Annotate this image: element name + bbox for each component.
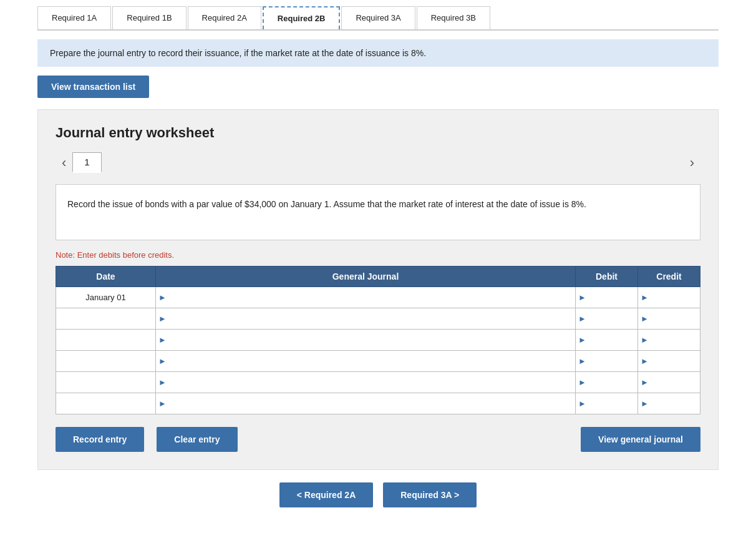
debit-input-2[interactable] bbox=[586, 308, 637, 329]
debit-input-4[interactable] bbox=[586, 351, 637, 371]
journal-cell-5: ► bbox=[156, 372, 576, 393]
arrow-icon-credit-1: ► bbox=[641, 293, 649, 302]
arrow-icon-2: ► bbox=[158, 314, 167, 323]
note-text: Note: Enter debits before credits. bbox=[56, 250, 700, 260]
journal-table: Date General Journal Debit Credit Januar… bbox=[56, 266, 700, 414]
debit-input-3[interactable] bbox=[586, 330, 637, 350]
instruction-bar: Prepare the journal entry to record thei… bbox=[37, 39, 719, 67]
journal-cell-6: ► bbox=[156, 393, 576, 414]
date-cell-4 bbox=[56, 351, 156, 372]
arrow-icon-credit-3: ► bbox=[641, 335, 649, 345]
tab-required-3b[interactable]: Required 3B bbox=[417, 6, 490, 29]
journal-input-5[interactable] bbox=[167, 372, 575, 393]
journal-input-1[interactable] bbox=[167, 287, 575, 308]
debit-input-5[interactable] bbox=[586, 372, 637, 393]
journal-input-6[interactable] bbox=[167, 393, 575, 414]
arrow-icon-debit-6: ► bbox=[578, 399, 586, 408]
credit-cell-3: ► bbox=[638, 330, 700, 351]
table-row: ► ► ► bbox=[56, 351, 700, 372]
tab-required-3a[interactable]: Required 3A bbox=[341, 6, 415, 29]
prev-page-arrow[interactable]: ‹ bbox=[56, 155, 72, 171]
debit-cell-4: ► bbox=[576, 351, 638, 372]
credit-input-4[interactable] bbox=[649, 351, 700, 371]
arrow-icon-4: ► bbox=[158, 356, 167, 366]
table-header-credit: Credit bbox=[638, 267, 700, 287]
arrow-icon-1: ► bbox=[158, 293, 167, 302]
arrow-icon-debit-1: ► bbox=[578, 293, 586, 302]
credit-cell-2: ► bbox=[638, 308, 700, 330]
credit-input-3[interactable] bbox=[649, 330, 700, 350]
credit-input-5[interactable] bbox=[649, 372, 700, 393]
journal-input-2[interactable] bbox=[167, 308, 575, 329]
journal-cell-2: ► bbox=[156, 308, 576, 330]
description-box: Record the issue of bonds with a par val… bbox=[56, 184, 700, 240]
date-cell-3 bbox=[56, 330, 156, 351]
bottom-navigation: < Required 2A Required 3A > bbox=[0, 482, 756, 507]
prev-required-button[interactable]: < Required 2A bbox=[279, 482, 374, 507]
arrow-icon-3: ► bbox=[158, 335, 167, 345]
tab-required-2a[interactable]: Required 2A bbox=[188, 6, 261, 29]
debit-cell-2: ► bbox=[576, 308, 638, 330]
credit-cell-1: ► bbox=[638, 287, 700, 308]
tab-required-1b[interactable]: Required 1B bbox=[112, 6, 186, 29]
arrow-icon-debit-3: ► bbox=[578, 335, 586, 345]
debit-cell-6: ► bbox=[576, 393, 638, 414]
tab-required-1a[interactable]: Required 1A bbox=[37, 6, 111, 29]
arrow-icon-5: ► bbox=[158, 378, 167, 387]
debit-input-1[interactable] bbox=[586, 287, 637, 308]
date-cell-6 bbox=[56, 393, 156, 414]
arrow-icon-6: ► bbox=[158, 399, 167, 408]
view-general-journal-button[interactable]: View general journal bbox=[581, 427, 700, 452]
journal-input-3[interactable] bbox=[167, 330, 575, 350]
arrow-icon-debit-4: ► bbox=[578, 356, 586, 366]
table-row: ► ► ► bbox=[56, 308, 700, 330]
arrow-icon-credit-4: ► bbox=[641, 356, 649, 366]
arrow-icon-debit-2: ► bbox=[578, 314, 586, 323]
worksheet-title: Journal entry worksheet bbox=[56, 125, 700, 141]
credit-input-2[interactable] bbox=[649, 308, 700, 329]
page-number: 1 bbox=[72, 152, 101, 173]
next-page-arrow[interactable]: › bbox=[684, 155, 700, 171]
table-header-journal: General Journal bbox=[156, 267, 576, 287]
table-row: ► ► ► bbox=[56, 393, 700, 414]
worksheet-card: Journal entry worksheet ‹ 1 › Record the… bbox=[37, 109, 719, 470]
record-entry-button[interactable]: Record entry bbox=[56, 427, 144, 452]
credit-cell-6: ► bbox=[638, 393, 700, 414]
arrow-icon-credit-6: ► bbox=[641, 399, 649, 408]
table-row: ► ► ► bbox=[56, 330, 700, 351]
clear-entry-button[interactable]: Clear entry bbox=[157, 427, 237, 452]
table-header-debit: Debit bbox=[576, 267, 638, 287]
arrow-icon-credit-5: ► bbox=[641, 378, 649, 387]
arrow-icon-credit-2: ► bbox=[641, 314, 649, 323]
arrow-icon-debit-5: ► bbox=[578, 378, 586, 387]
credit-cell-4: ► bbox=[638, 351, 700, 372]
tab-required-2b[interactable]: Required 2B bbox=[263, 6, 341, 29]
journal-cell-3: ► bbox=[156, 330, 576, 351]
tabs-container: Required 1A Required 1B Required 2A Requ… bbox=[37, 0, 719, 31]
bottom-buttons: Record entry Clear entry View general jo… bbox=[56, 427, 700, 452]
journal-cell-4: ► bbox=[156, 351, 576, 372]
table-header-date: Date bbox=[56, 267, 156, 287]
debit-cell-3: ► bbox=[576, 330, 638, 351]
journal-input-4[interactable] bbox=[167, 351, 575, 371]
debit-cell-5: ► bbox=[576, 372, 638, 393]
date-cell-5 bbox=[56, 372, 156, 393]
next-required-button[interactable]: Required 3A > bbox=[383, 482, 477, 507]
debit-cell-1: ► bbox=[576, 287, 638, 308]
credit-cell-5: ► bbox=[638, 372, 700, 393]
debit-input-6[interactable] bbox=[586, 393, 637, 414]
page-navigator: ‹ 1 › bbox=[56, 152, 700, 173]
view-transaction-button[interactable]: View transaction list bbox=[37, 76, 149, 98]
date-cell-2 bbox=[56, 308, 156, 330]
credit-input-6[interactable] bbox=[649, 393, 700, 414]
table-row: ► ► ► bbox=[56, 372, 700, 393]
journal-cell-1: ► bbox=[156, 287, 576, 308]
table-row: January 01 ► ► ► bbox=[56, 287, 700, 308]
date-cell-1: January 01 bbox=[56, 287, 156, 308]
credit-input-1[interactable] bbox=[649, 287, 700, 308]
